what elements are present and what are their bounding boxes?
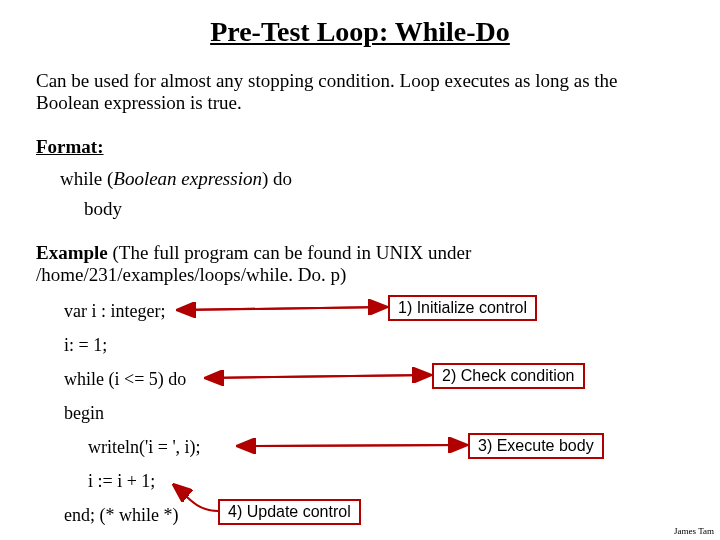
format-heading: Format: (36, 136, 684, 158)
format-body: body (84, 198, 684, 220)
format-expr: Boolean expression (113, 168, 262, 189)
example-heading-bold: Example (36, 242, 108, 263)
author-footer: James Tam (674, 526, 714, 536)
svg-line-3 (206, 375, 430, 378)
arrow-initialize-icon (36, 295, 686, 535)
format-pre: while ( (60, 168, 113, 189)
format-line: while (Boolean expression) do (60, 168, 684, 190)
slide-title: Pre-Test Loop: While-Do (36, 16, 684, 48)
format-post: ) do (262, 168, 292, 189)
example-heading: Example (The full program can be found i… (36, 242, 684, 288)
slide: Pre-Test Loop: While-Do Can be used for … (0, 0, 720, 540)
svg-line-1 (178, 307, 386, 310)
intro-text: Can be used for almost any stopping cond… (36, 70, 684, 114)
svg-line-5 (238, 445, 466, 446)
